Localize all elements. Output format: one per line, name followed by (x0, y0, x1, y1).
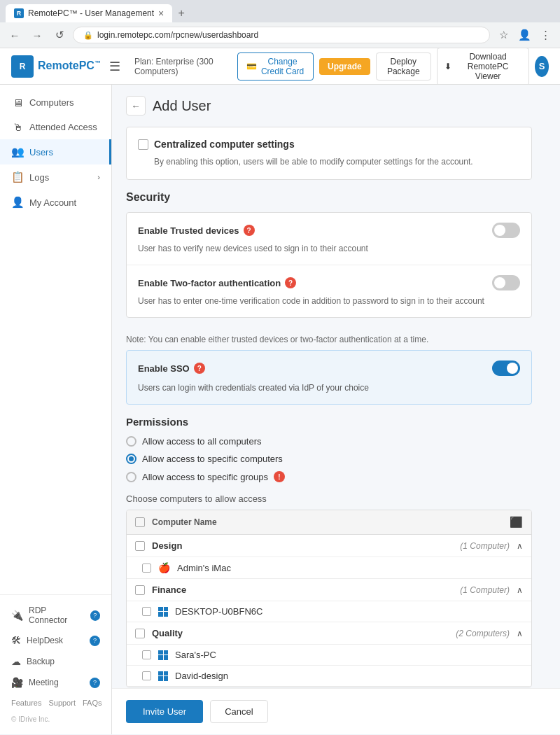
radio-specific-groups[interactable]: Allow access to specific groups ! (126, 471, 532, 482)
cancel-button[interactable]: Cancel (210, 700, 267, 723)
group-row-design[interactable]: Design (1 Computer) ∧ (127, 535, 531, 557)
browser-chrome: R RemotePC™ - User Management × + (0, 0, 560, 22)
table-column-name: Computer Name (152, 517, 503, 527)
plan-info: Plan: Enterprise (300 Computers) (134, 57, 229, 76)
trusted-devices-desc: User has to verify new devices used to s… (138, 242, 520, 255)
tab-close-button[interactable]: × (158, 8, 164, 19)
imac-checkbox[interactable] (142, 564, 151, 573)
group-row-quality[interactable]: Quality (2 Computers) ∧ (127, 622, 531, 645)
table-sort-icon[interactable]: ⬛ (510, 516, 523, 528)
sso-help-icon[interactable]: ? (194, 363, 205, 374)
avatar[interactable]: S (535, 56, 549, 77)
centralized-desc: By enabling this option, users will be a… (154, 155, 520, 168)
radio-all-computers[interactable]: Allow access to all computers (126, 436, 532, 447)
group-row-finance[interactable]: Finance (1 Computer) ∧ (127, 579, 531, 601)
saras-pc-checkbox[interactable] (142, 650, 151, 659)
quality-group-checkbox[interactable] (135, 629, 145, 638)
profile-icon[interactable]: 👤 (515, 26, 533, 44)
deploy-package-button[interactable]: Deploy Package (376, 52, 431, 80)
sidebar-item-helpdesk[interactable]: 🛠 HelpDesk ? (0, 630, 111, 651)
radio-all-indicator (126, 436, 136, 447)
finance-group-checkbox[interactable] (135, 585, 145, 595)
features-link[interactable]: Features (11, 699, 41, 707)
helpdesk-help-icon[interactable]: ? (90, 636, 100, 646)
centralized-checkbox[interactable] (138, 139, 148, 150)
logo: R RemotePC™ (11, 55, 101, 78)
backup-label: Backup (27, 657, 55, 666)
table-select-all-checkbox[interactable] (135, 517, 145, 527)
extensions-icon[interactable]: ⋮ (536, 26, 554, 44)
david-checkbox[interactable] (142, 671, 151, 680)
new-tab-button[interactable]: + (172, 4, 190, 22)
support-link[interactable]: Support (48, 699, 76, 707)
security-header: Security (126, 191, 532, 204)
hamburger-menu[interactable]: ☰ (109, 59, 120, 74)
page-header: ← Add User (126, 96, 532, 115)
finance-expand-icon[interactable]: ∧ (517, 585, 523, 595)
download-icon: ⬇ (444, 62, 451, 71)
design-expand-icon[interactable]: ∧ (517, 541, 523, 551)
backup-icon: ☁ (11, 656, 21, 667)
sidebar-item-computers[interactable]: 🖥 Computers (0, 90, 111, 115)
bookmark-icon[interactable]: ☆ (494, 26, 512, 44)
trusted-devices-toggle[interactable] (492, 223, 520, 238)
quality-expand-icon[interactable]: ∧ (517, 629, 523, 638)
logs-expand-icon: › (97, 173, 100, 181)
back-browser-button[interactable]: ← (6, 26, 24, 44)
radio-specific-label: Allow access to specific computers (142, 454, 283, 464)
group-name-quality: Quality (152, 628, 449, 638)
trusted-devices-help[interactable]: ? (244, 225, 255, 236)
sidebar-item-rdp[interactable]: 🔌 RDP Connector ? (0, 601, 111, 630)
trusted-devices-header: Enable Trusted devices ? (138, 223, 520, 238)
desktop-checkbox[interactable] (142, 607, 151, 616)
computer-item-david: David-design (127, 666, 531, 687)
windows-icon-desktop (158, 607, 168, 617)
sso-header: Enable SSO ? (138, 360, 520, 376)
windows-icon-saras (158, 650, 168, 660)
sidebar-item-backup[interactable]: ☁ Backup (0, 651, 111, 672)
download-viewer-button[interactable]: ⬇ Download RemotePC Viewer (437, 48, 530, 85)
meeting-icon: 🎥 (11, 677, 23, 688)
rdp-label: RDP Connector (29, 606, 85, 625)
change-credit-card-button[interactable]: 💳 Change Credit Card (237, 52, 314, 80)
logs-icon: 📋 (11, 171, 24, 183)
forward-browser-button[interactable]: → (28, 26, 46, 44)
radio-specific-computers[interactable]: Allow access to specific computers (126, 454, 532, 464)
sidebar-footer: Features Support FAQs (0, 693, 111, 713)
faqs-link[interactable]: FAQs (83, 699, 102, 707)
security-note: Note: You can enable either trusted devi… (126, 329, 532, 350)
browser-tab[interactable]: R RemotePC™ - User Management × (6, 4, 172, 22)
radio-groups-label: Allow access to specific groups (142, 472, 268, 482)
sidebar-item-meeting[interactable]: 🎥 Meeting ? (0, 672, 111, 693)
page-title: Add User (153, 98, 211, 114)
sidebar-item-users[interactable]: 👥 Users (0, 139, 111, 164)
upgrade-button[interactable]: Upgrade (319, 58, 370, 75)
reload-button[interactable]: ↺ (50, 26, 69, 44)
computer-table: Computer Name ⬛ Design (1 Computer) ∧ (126, 510, 532, 687)
sidebar-item-logs[interactable]: 📋 Logs › (0, 164, 111, 190)
main-content: ← Add User Centralized computer settings… (112, 85, 560, 688)
attended-icon: 🖱 (11, 121, 24, 133)
address-bar[interactable]: 🔒 login.remotepc.com/rpcnew/userdashboar… (73, 27, 490, 43)
windows-icon-david (158, 671, 168, 681)
copyright: © IDrive Inc. (0, 713, 111, 729)
action-bar: Invite User Cancel (112, 688, 560, 734)
rdp-help-icon[interactable]: ? (90, 610, 100, 621)
invite-user-button[interactable]: Invite User (126, 700, 203, 723)
radio-groups-indicator (126, 472, 136, 482)
sidebar-item-my-account[interactable]: 👤 My Account (0, 190, 111, 215)
tab-title: RemotePC™ - User Management (28, 8, 154, 18)
groups-info-icon[interactable]: ! (274, 471, 285, 482)
computer-item-desktop: DESKTOP-U0BFN6C (127, 601, 531, 622)
meeting-help-icon[interactable]: ? (90, 678, 100, 688)
two-factor-toggle[interactable] (492, 275, 520, 290)
saras-pc-name: Sara's-PC (175, 650, 216, 660)
lock-icon: 🔒 (83, 31, 93, 40)
sidebar-label-computers: Computers (29, 97, 74, 108)
back-button[interactable]: ← (126, 96, 146, 115)
sidebar-item-attended[interactable]: 🖱 Attended Access (0, 115, 111, 139)
two-factor-help[interactable]: ? (285, 277, 296, 288)
sso-toggle[interactable] (492, 360, 520, 376)
design-group-checkbox[interactable] (135, 541, 145, 551)
trusted-devices-title: Enable Trusted devices ? (138, 225, 255, 236)
